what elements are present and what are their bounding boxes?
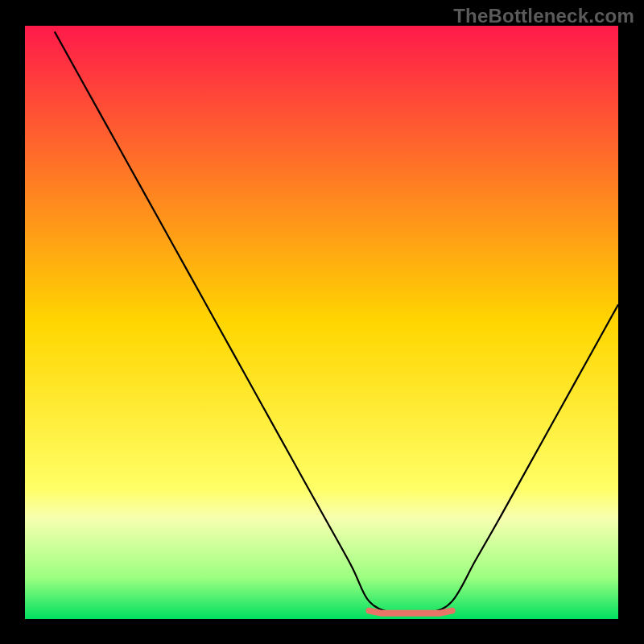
- bottleneck-chart: [0, 0, 644, 644]
- watermark-text: TheBottleneck.com: [453, 5, 634, 27]
- chart-plot-area: [25, 26, 618, 619]
- optimal-range-marker: [369, 611, 452, 613]
